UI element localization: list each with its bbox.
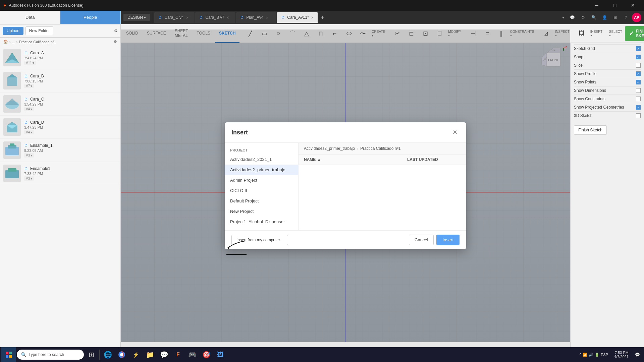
project-item-new[interactable]: New Project [225, 206, 298, 217]
taskbar-game-icon[interactable]: 🎮 [185, 348, 199, 361]
insert-button[interactable]: Insert [436, 235, 460, 245]
search-box[interactable]: 🔍 Type here to search [17, 350, 84, 360]
file-info: 🗋Ensamble_1 9:23:05 AM V3▾ [24, 143, 117, 158]
project-item-act-primer[interactable]: Actividades2_primer_trabajo [225, 165, 298, 175]
window-minimize[interactable]: ─ [589, 0, 604, 11]
user-avatar[interactable]: AP [632, 13, 641, 22]
insert-from-computer-btn[interactable]: Insert from my computer... [231, 235, 288, 245]
version-dropdown-icon[interactable]: ▾ [31, 130, 32, 134]
search-icon[interactable]: 🔍 [589, 13, 598, 22]
taskbar-clock[interactable]: 7:53 PM 4/7/2021 [611, 351, 631, 359]
breadcrumb: 🏠 › ... › Práctica Calificado nº1 ⚙ [0, 38, 120, 46]
nav-root[interactable]: Actividades2_primer_trabajo [304, 146, 355, 151]
insert-dropdown[interactable]: INSERT ▾ [589, 30, 604, 37]
tab-close-cara-b[interactable]: ✕ [226, 16, 229, 19]
systray-battery-icon[interactable]: 🔋 [595, 353, 599, 357]
list-item[interactable]: 🗋Ensamble1 7:33:42 PM V3▾ [0, 162, 120, 185]
list-item[interactable]: 🗋Cara_A 7:41:24 PM V11▾ [0, 46, 120, 69]
appbar-right-icons: 💬 ⚙ 🔍 👤 ⊞ ? AP [568, 13, 641, 22]
project-item-default[interactable]: Default Project [225, 196, 298, 206]
version-dropdown-icon[interactable]: ▾ [33, 61, 34, 65]
workspace-design-btn[interactable]: DESIGN ▾ [123, 14, 150, 21]
start-menu-btn[interactable] [1, 347, 16, 362]
tab-close-plan-a[interactable]: ✕ [266, 16, 268, 19]
version-dropdown-icon[interactable]: ▾ [31, 177, 32, 180]
account-icon[interactable]: 👤 [600, 13, 609, 22]
breadcrumb-settings-icon[interactable]: ⚙ [114, 40, 117, 44]
settings-icon[interactable]: ⚙ [114, 28, 118, 33]
tab-cara-b[interactable]: 🗋 Cara_B v7 ✕ [195, 12, 235, 23]
taskbar-app8-icon[interactable]: 🖼 [214, 348, 227, 361]
tab-cara-av11[interactable]: 🗋 Cara_Av11* ✕ [277, 12, 318, 23]
col-name-header[interactable]: NAME ▲ [304, 157, 407, 162]
version-dropdown-icon[interactable]: ▾ [31, 84, 32, 88]
show-points-checkbox[interactable]: ✓ [636, 80, 641, 84]
tab-scroll-btn[interactable]: ▾ [561, 15, 566, 20]
taskbar-fusion-icon[interactable]: F [171, 348, 185, 361]
taskbar-edge-icon[interactable]: 🌐 [101, 348, 114, 361]
select-dropdown[interactable]: SELECT ▾ [608, 30, 624, 37]
tab-close-cara-av11[interactable]: ✕ [311, 16, 314, 19]
breadcrumb-home-icon[interactable]: 🏠 [3, 40, 8, 44]
show-profile-checkbox[interactable]: ✓ [636, 71, 641, 76]
taskbar-explorer-icon[interactable]: 📁 [143, 348, 157, 361]
show-proj-geom-checkbox[interactable]: ✓ [636, 105, 641, 110]
tab-cara-c[interactable]: 🗋 Cara_C v4 ✕ [154, 12, 195, 23]
show-proj-geom-row: Show Projected Geometries ✓ [574, 103, 641, 112]
list-item[interactable]: 🗋Cara_B 7:06:15 PM V7▾ [0, 69, 120, 93]
file-version: V7▾ [24, 84, 34, 88]
insert-image-tool[interactable]: 🖼 [575, 26, 588, 41]
notification-center-btn[interactable]: 💬 [632, 347, 643, 362]
empty-state [299, 165, 466, 192]
breadcrumb-ellipsis[interactable]: ... [12, 40, 15, 44]
sketch-3d-checkbox[interactable] [636, 113, 641, 118]
apps-icon[interactable]: ⊞ [610, 13, 620, 22]
version-dropdown-icon[interactable]: ▾ [31, 154, 32, 157]
taskbar-teams-icon[interactable]: 💬 [157, 348, 171, 361]
list-item[interactable]: 🗋Cara_D 3:47:23 PM V4▾ [0, 116, 120, 139]
cancel-button[interactable]: Cancel [409, 235, 434, 245]
sort-icon: ▲ [317, 157, 321, 162]
file-name-label: Ensamble1 [30, 166, 50, 171]
window-close[interactable]: ✕ [625, 0, 641, 11]
taskbar-app7-icon[interactable]: 🎯 [200, 348, 213, 361]
task-view-btn[interactable]: ⊞ [85, 348, 98, 361]
dialog-close-btn[interactable]: ✕ [450, 128, 460, 137]
systray-network-icon[interactable]: 📶 [583, 353, 587, 357]
project-item-alcohol[interactable]: Project1_Alcohol_Dispenser [225, 217, 298, 227]
show-dimensions-checkbox[interactable] [636, 88, 641, 93]
project-item-ciclo2[interactable]: CICLO II [225, 185, 298, 196]
upload-button[interactable]: Upload [3, 27, 23, 35]
col-updated-header[interactable]: LAST UPDATED [407, 157, 461, 162]
list-item[interactable]: 🗋Cara_C 3:54:29 PM V4▾ [0, 93, 120, 116]
systray-lang[interactable]: ESP [601, 353, 608, 357]
show-constraints-checkbox[interactable] [636, 97, 641, 101]
project-item-admin[interactable]: Admin Project [225, 175, 298, 185]
taskbar-chrome-icon[interactable] [115, 348, 128, 361]
version-dropdown-icon[interactable]: ▾ [31, 107, 32, 111]
help-icon[interactable]: ? [621, 13, 631, 22]
svg-rect-25 [9, 352, 12, 354]
systray-expand-icon[interactable]: ^ [580, 353, 581, 357]
new-folder-button[interactable]: New Folder [25, 26, 53, 35]
tab-plan-a[interactable]: 🗋 Plan_Av4 ✕ [236, 12, 276, 23]
systray-volume-icon[interactable]: 🔊 [589, 353, 593, 357]
tab-data[interactable]: Data [0, 11, 60, 24]
window-maximize[interactable]: □ [607, 0, 623, 11]
sketch-grid-label: Sketch Grid [574, 46, 595, 51]
file-table-header: NAME ▲ LAST UPDATED [299, 155, 466, 165]
tab-people[interactable]: People [60, 11, 121, 24]
tab-add-btn[interactable]: + [318, 14, 327, 20]
settings-icon[interactable]: ⚙ [578, 13, 588, 22]
taskbar-powerbi-icon[interactable]: ⚡ [129, 348, 143, 361]
finish-sketch-panel-btn[interactable]: Finish Sketch [574, 125, 607, 135]
tab-close-cara-c[interactable]: ✕ [186, 16, 189, 19]
finish-sketch-btn[interactable]: ✓ FINISH SKETCH ▾ [625, 26, 644, 41]
slice-checkbox[interactable] [636, 63, 641, 68]
list-item[interactable]: 🗋Ensamble_1 9:23:05 AM V3▾ [0, 139, 120, 162]
snap-checkbox[interactable]: ✓ [636, 55, 641, 59]
svg-rect-27 [9, 355, 12, 358]
sketch-grid-checkbox[interactable]: ✓ [636, 46, 641, 51]
project-item-act2021[interactable]: Actividades2_2021_1 [225, 154, 298, 165]
notification-icon[interactable]: 💬 [568, 13, 577, 22]
